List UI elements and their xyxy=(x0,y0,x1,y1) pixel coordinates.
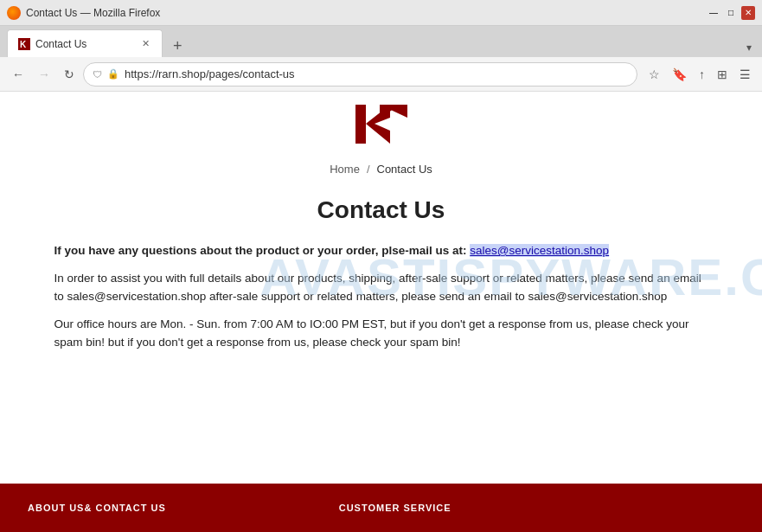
lock-icon: 🔒 xyxy=(107,68,119,80)
breadcrumb-separator: / xyxy=(367,163,370,176)
active-tab[interactable]: K Contact Us ✕ xyxy=(7,29,163,57)
intro-text: If you have any questions about the prod… xyxy=(54,244,467,257)
url-protocol: https:// xyxy=(125,67,158,80)
extensions-button[interactable]: ⊞ xyxy=(713,64,732,85)
page-wrapper: AVASTISPYWARE.COM Home / Contact Us Cont… xyxy=(0,92,762,532)
email-link[interactable]: sales@servicestation.shop xyxy=(470,244,609,257)
breadcrumb-current: Contact Us xyxy=(377,163,432,176)
breadcrumb-home-link[interactable]: Home xyxy=(330,163,360,176)
maximize-button[interactable]: □ xyxy=(724,6,738,20)
footer-col-about: ABOUT US& CONTACT US xyxy=(28,503,166,513)
tab-favicon: K xyxy=(18,38,30,50)
page-content: Home / Contact Us Contact Us If you have… xyxy=(0,92,762,484)
bookmarks-button[interactable]: 🔖 xyxy=(668,64,691,85)
hours-paragraph: Our office hours are Mon. - Sun. from 7:… xyxy=(54,315,708,352)
tab-close-button[interactable]: ✕ xyxy=(140,38,151,49)
intro-paragraph: If you have any questions about the prod… xyxy=(54,241,708,260)
tab-list-chevron-icon[interactable]: ▾ xyxy=(743,38,755,57)
close-button[interactable]: ✕ xyxy=(741,6,755,20)
svg-rect-2 xyxy=(355,105,366,144)
bookmark-star-button[interactable]: ☆ xyxy=(644,64,664,85)
page-title: Contact Us xyxy=(0,183,762,241)
firefox-icon xyxy=(7,6,21,20)
site-logo xyxy=(347,100,416,148)
reload-button[interactable]: ↻ xyxy=(59,64,80,85)
contact-body: If you have any questions about the prod… xyxy=(27,241,736,378)
window-title: Contact Us — Mozilla Firefox xyxy=(26,7,160,19)
shield-icon: 🛡 xyxy=(93,69,102,80)
back-button[interactable]: ← xyxy=(7,64,29,85)
svg-text:K: K xyxy=(20,40,27,49)
url-path: /pages/contact-us xyxy=(206,67,295,80)
share-button[interactable]: ↑ xyxy=(695,64,709,85)
footer-service-heading: CUSTOMER SERVICE xyxy=(339,503,451,513)
details-paragraph: In order to assist you with full details… xyxy=(54,269,708,306)
forward-button[interactable]: → xyxy=(33,64,55,85)
footer: ABOUT US& CONTACT US CUSTOMER SERVICE xyxy=(0,484,762,532)
address-bar[interactable]: 🛡 🔒 https://rarn.shop/pages/contact-us xyxy=(83,62,637,87)
footer-col-service: CUSTOMER SERVICE xyxy=(339,503,451,513)
url-display: https://rarn.shop/pages/contact-us xyxy=(125,67,628,80)
nav-bar: ← → ↻ 🛡 🔒 https://rarn.shop/pages/contac… xyxy=(0,57,762,92)
menu-button[interactable]: ☰ xyxy=(735,64,755,85)
footer-about-heading: ABOUT US& CONTACT US xyxy=(28,503,166,513)
breadcrumb: Home / Contact Us xyxy=(0,152,762,183)
new-tab-button[interactable]: + xyxy=(166,35,189,57)
title-bar: Contact Us — Mozilla Firefox — □ ✕ xyxy=(0,0,762,26)
minimize-button[interactable]: — xyxy=(707,6,720,20)
tab-bar: K Contact Us ✕ + ▾ xyxy=(0,26,762,57)
tab-label: Contact Us xyxy=(35,38,135,50)
url-domain: rarn.shop xyxy=(158,67,206,80)
logo-area xyxy=(0,92,762,152)
